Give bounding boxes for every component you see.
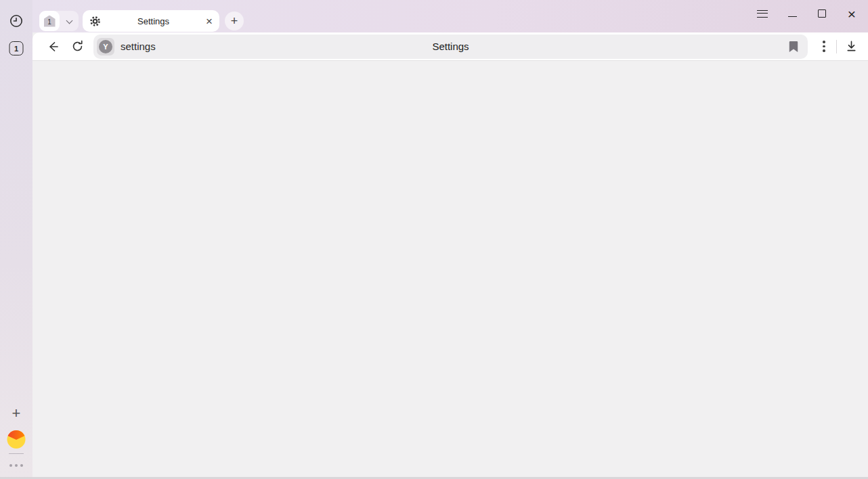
- back-icon[interactable]: [41, 35, 65, 59]
- gear-icon: [89, 16, 101, 27]
- tab-settings[interactable]: Settings ×: [83, 10, 219, 32]
- bookmark-icon[interactable]: [789, 41, 798, 53]
- tab-close-icon[interactable]: ×: [206, 16, 213, 27]
- tab-bar: 1 Settings × + ×: [32, 0, 868, 32]
- browser-toolbar: Y settings Settings: [32, 32, 868, 61]
- tab-group-chevron-icon[interactable]: [60, 18, 79, 24]
- window-controls: ×: [747, 0, 867, 27]
- tab-group-count: 1: [14, 45, 18, 53]
- browser-menu-icon[interactable]: [747, 0, 777, 27]
- address-url-text: settings: [121, 41, 156, 52]
- new-tab-button[interactable]: +: [225, 12, 244, 30]
- downloads-icon[interactable]: [837, 35, 865, 59]
- history-clock-icon[interactable]: [9, 14, 24, 28]
- window-maximize-icon[interactable]: [807, 0, 837, 27]
- sidebar-divider: [9, 453, 24, 454]
- address-bar[interactable]: Y settings Settings: [93, 35, 808, 59]
- window-minimize-icon[interactable]: [777, 0, 807, 27]
- tab-group-pentagon-icon: 1: [44, 16, 56, 27]
- sidebar-add-icon[interactable]: +: [12, 405, 21, 422]
- browser-side-strip: 1 +: [0, 0, 32, 479]
- site-favicon-icon: Y: [97, 38, 114, 55]
- window-close-icon[interactable]: ×: [837, 0, 867, 27]
- tab-group-sidebar-icon[interactable]: 1: [9, 41, 24, 55]
- yandex-browser-logo-icon[interactable]: [7, 430, 26, 449]
- tab-title: Settings: [101, 16, 206, 26]
- address-page-title: Settings: [432, 41, 469, 52]
- toolbar-more-icon[interactable]: [812, 35, 836, 59]
- reload-icon[interactable]: [65, 35, 89, 59]
- tab-group-selector[interactable]: 1: [39, 11, 79, 31]
- sidebar-more-icon[interactable]: [9, 464, 23, 467]
